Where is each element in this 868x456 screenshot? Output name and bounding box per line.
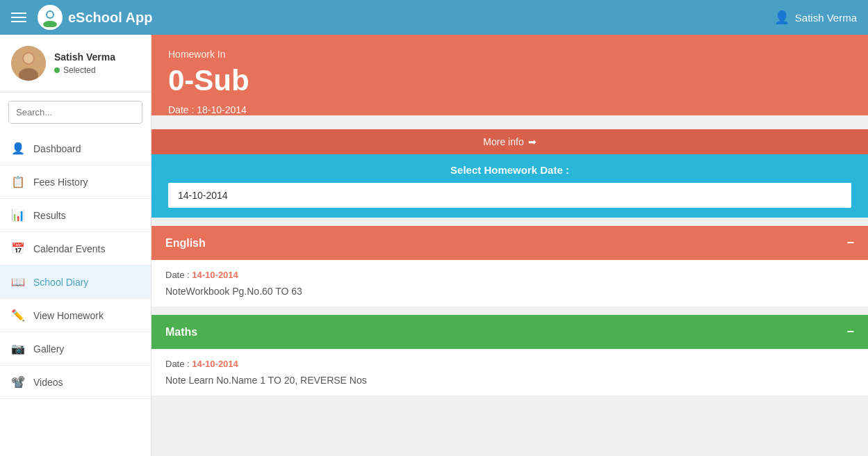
sidebar-label-calendar-events: Calendar Events <box>33 243 106 254</box>
brand-logo <box>38 5 63 30</box>
subject-date-maths: Date : 14-10-2014 <box>165 359 854 369</box>
brand: eSchool App <box>38 5 152 30</box>
subject-date-english: Date : 14-10-2014 <box>165 270 854 280</box>
svg-point-6 <box>24 54 33 63</box>
sidebar-item-videos[interactable]: 📽️ Videos <box>0 366 151 399</box>
sidebar-item-view-homework[interactable]: ✏️ View Homework <box>0 299 151 332</box>
sidebar-label-view-homework: View Homework <box>33 310 104 321</box>
sidebar-label-fees-history: Fees History <box>33 177 88 188</box>
more-info-label: More info <box>483 136 523 147</box>
profile-status: Selected <box>54 65 115 75</box>
sidebar-label-school-diary: School Diary <box>33 277 88 288</box>
avatar <box>11 46 46 81</box>
collapse-icon-maths[interactable]: − <box>846 325 854 339</box>
sidebar-item-school-diary[interactable]: 📖 School Diary <box>0 266 151 299</box>
search-input[interactable] <box>9 101 140 123</box>
brand-name: eSchool App <box>68 10 152 26</box>
subject-name-english: English <box>165 237 206 250</box>
svg-point-2 <box>47 12 53 17</box>
profile-info: Satish Verma Selected <box>54 51 115 75</box>
date-selector: Select Homework Date : <box>152 154 868 218</box>
homework-date: Date : 18-10-2014 <box>168 104 851 115</box>
sidebar: Satish Verma Selected 🔍 👤 Dashboard 📋 Fe… <box>0 35 152 456</box>
sidebar-item-fees-history[interactable]: 📋 Fees History <box>0 165 151 199</box>
dashboard-icon: 👤 <box>11 142 25 155</box>
layout: Satish Verma Selected 🔍 👤 Dashboard 📋 Fe… <box>0 35 868 456</box>
hero-card: Homework In 0-Sub Date : 18-10-2014 <box>152 35 868 115</box>
homework-in-label: Homework In <box>168 49 851 60</box>
search-button[interactable]: 🔍 <box>140 101 142 123</box>
navbar-right: 👤 Satish Verma <box>774 10 857 25</box>
subject-text-maths: Note Learn No.Name 1 TO 20, REVERSE Nos <box>165 375 854 386</box>
results-icon: 📊 <box>11 209 25 222</box>
nav-menu: 👤 Dashboard 📋 Fees History 📊 Results 📅 C… <box>0 132 151 399</box>
subject-text-english: NoteWorkbook Pg.No.60 TO 63 <box>165 286 854 297</box>
subject-header-english: English − <box>152 226 868 260</box>
sidebar-label-videos: Videos <box>33 377 63 388</box>
sidebar-item-calendar-events[interactable]: 📅 Calendar Events <box>0 232 151 266</box>
view-homework-icon: ✏️ <box>11 309 25 322</box>
sidebar-label-results: Results <box>33 210 66 221</box>
profile-name: Satish Verma <box>54 51 115 63</box>
gallery-icon: 📷 <box>11 342 25 355</box>
sidebar-item-dashboard[interactable]: 👤 Dashboard <box>0 132 151 165</box>
date-selector-input[interactable] <box>168 183 851 208</box>
subject-header-maths: Maths − <box>152 315 868 349</box>
school-diary-icon: 📖 <box>11 275 25 288</box>
hamburger-icon[interactable] <box>11 13 26 22</box>
videos-icon: 📽️ <box>11 375 25 389</box>
sidebar-item-results[interactable]: 📊 Results <box>0 199 151 232</box>
cards-container: English − Date : 14-10-2014 NoteWorkbook… <box>152 226 868 418</box>
sidebar-label-gallery: Gallery <box>33 343 64 355</box>
subject-card-maths: Maths − Date : 14-10-2014 Note Learn No.… <box>152 315 868 396</box>
sidebar-item-gallery[interactable]: 📷 Gallery <box>0 332 151 366</box>
subject-date-value-english: 14-10-2014 <box>192 270 238 280</box>
calendar-icon: 📅 <box>11 242 25 255</box>
subject-body-maths: Date : 14-10-2014 Note Learn No.Name 1 T… <box>152 349 868 396</box>
subject-name-maths: Maths <box>165 326 197 339</box>
subject-card-english: English − Date : 14-10-2014 NoteWorkbook… <box>152 226 868 307</box>
navbar-user-label: Satish Verma <box>795 12 857 24</box>
profile-status-label: Selected <box>63 65 96 75</box>
profile-section: Satish Verma Selected <box>0 35 151 92</box>
subject-body-english: Date : 14-10-2014 NoteWorkbook Pg.No.60 … <box>152 260 868 307</box>
subject-date-value-maths: 14-10-2014 <box>192 359 238 369</box>
homework-title: 0-Sub <box>168 64 851 97</box>
collapse-icon-english[interactable]: − <box>846 236 854 250</box>
status-dot <box>54 67 60 73</box>
date-selector-label: Select Homework Date : <box>168 164 851 176</box>
sidebar-label-dashboard: Dashboard <box>33 143 81 154</box>
navbar: eSchool App 👤 Satish Verma <box>0 0 868 35</box>
user-icon: 👤 <box>774 10 789 25</box>
navbar-left: eSchool App <box>11 5 152 30</box>
svg-point-1 <box>43 21 57 27</box>
main-content: Homework In 0-Sub Date : 18-10-2014 More… <box>152 35 868 456</box>
search-box[interactable]: 🔍 <box>8 101 142 124</box>
fees-history-icon: 📋 <box>11 175 25 188</box>
more-info-bar[interactable]: More info ➡ <box>152 129 868 154</box>
more-info-arrow-icon: ➡ <box>528 136 537 147</box>
